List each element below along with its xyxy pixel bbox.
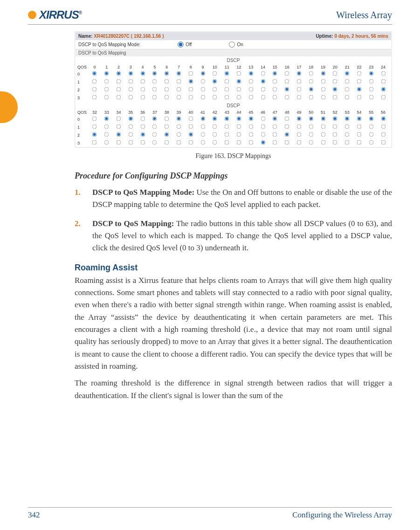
dscp-3-qos-0-radio[interactable] — [128, 71, 133, 76]
dscp-35-qos-0-radio[interactable] — [128, 117, 133, 121]
dscp-52-qos-1-radio[interactable] — [333, 124, 337, 129]
dscp-41-qos-1-radio[interactable] — [200, 124, 205, 129]
dscp-0-qos-2-radio[interactable] — [92, 87, 97, 92]
dscp-56-qos-0-radio[interactable] — [381, 117, 386, 121]
dscp-5-qos-0-radio[interactable] — [152, 71, 157, 76]
dscp-51-qos-1-radio[interactable] — [321, 124, 325, 129]
dscp-55-qos-2-radio[interactable] — [369, 132, 373, 137]
dscp-17-qos-3-radio[interactable] — [297, 95, 302, 100]
dscp-16-qos-2-radio[interactable] — [285, 87, 289, 92]
dscp-54-qos-3-radio[interactable] — [357, 140, 362, 145]
dscp-18-qos-1-radio[interactable] — [309, 79, 313, 84]
dscp-48-qos-0-radio[interactable] — [285, 117, 289, 121]
dscp-35-qos-2-radio[interactable] — [128, 132, 133, 137]
dscp-56-qos-3-radio[interactable] — [381, 140, 386, 145]
dscp-14-qos-0-radio[interactable] — [261, 71, 265, 76]
dscp-44-qos-1-radio[interactable] — [237, 124, 241, 129]
dscp-8-qos-1-radio[interactable] — [188, 79, 193, 84]
dscp-49-qos-3-radio[interactable] — [297, 140, 302, 145]
dscp-2-qos-0-radio[interactable] — [117, 71, 121, 76]
dscp-50-qos-0-radio[interactable] — [309, 117, 313, 121]
dscp-55-qos-0-radio[interactable] — [369, 117, 373, 121]
dscp-52-qos-2-radio[interactable] — [333, 132, 337, 137]
dscp-47-qos-2-radio[interactable] — [273, 132, 277, 137]
dscp-0-qos-1-radio[interactable] — [92, 79, 97, 84]
dscp-9-qos-2-radio[interactable] — [200, 87, 205, 92]
dscp-43-qos-1-radio[interactable] — [225, 124, 229, 129]
dscp-48-qos-1-radio[interactable] — [285, 124, 289, 129]
dscp-43-qos-0-radio[interactable] — [225, 117, 229, 121]
dscp-48-qos-3-radio[interactable] — [285, 140, 289, 145]
dscp-46-qos-1-radio[interactable] — [261, 124, 265, 129]
dscp-13-qos-2-radio[interactable] — [248, 87, 253, 92]
dscp-6-qos-3-radio[interactable] — [165, 95, 169, 100]
dscp-40-qos-0-radio[interactable] — [188, 117, 193, 121]
dscp-11-qos-1-radio[interactable] — [225, 79, 229, 84]
dscp-10-qos-1-radio[interactable] — [213, 79, 217, 84]
dscp-20-qos-1-radio[interactable] — [333, 79, 337, 84]
dscp-56-qos-2-radio[interactable] — [381, 132, 386, 137]
dscp-0-qos-3-radio[interactable] — [92, 95, 97, 100]
dscp-42-qos-2-radio[interactable] — [213, 132, 217, 137]
dscp-42-qos-1-radio[interactable] — [213, 124, 217, 129]
dscp-50-qos-1-radio[interactable] — [309, 124, 313, 129]
dscp-7-qos-1-radio[interactable] — [177, 79, 181, 84]
dscp-20-qos-2-radio[interactable] — [333, 87, 337, 92]
dscp-14-qos-1-radio[interactable] — [261, 79, 265, 84]
dscp-24-qos-3-radio[interactable] — [381, 95, 386, 100]
dscp-53-qos-1-radio[interactable] — [345, 124, 350, 129]
dscp-0-qos-0-radio[interactable] — [92, 71, 97, 76]
dscp-50-qos-2-radio[interactable] — [309, 132, 313, 137]
dscp-21-qos-1-radio[interactable] — [345, 79, 350, 84]
dscp-21-qos-2-radio[interactable] — [345, 87, 350, 92]
dscp-1-qos-3-radio[interactable] — [104, 95, 109, 100]
dscp-3-qos-1-radio[interactable] — [128, 79, 133, 84]
dscp-14-qos-2-radio[interactable] — [261, 87, 265, 92]
dscp-49-qos-1-radio[interactable] — [297, 124, 302, 129]
dscp-11-qos-3-radio[interactable] — [225, 95, 229, 100]
dscp-22-qos-1-radio[interactable] — [357, 79, 362, 84]
dscp-13-qos-0-radio[interactable] — [248, 71, 253, 76]
dscp-7-qos-0-radio[interactable] — [177, 71, 181, 76]
dscp-16-qos-0-radio[interactable] — [285, 71, 289, 76]
dscp-36-qos-3-radio[interactable] — [140, 140, 145, 145]
dscp-16-qos-3-radio[interactable] — [285, 95, 289, 100]
dscp-52-qos-0-radio[interactable] — [333, 117, 337, 121]
dscp-12-qos-2-radio[interactable] — [237, 87, 241, 92]
dscp-4-qos-2-radio[interactable] — [140, 87, 145, 92]
dscp-37-qos-2-radio[interactable] — [152, 132, 157, 137]
dscp-23-qos-3-radio[interactable] — [369, 95, 373, 100]
dscp-32-qos-0-radio[interactable] — [92, 117, 97, 121]
dscp-43-qos-2-radio[interactable] — [225, 132, 229, 137]
dscp-47-qos-1-radio[interactable] — [273, 124, 277, 129]
dscp-24-qos-0-radio[interactable] — [381, 71, 386, 76]
dscp-2-qos-1-radio[interactable] — [117, 79, 121, 84]
dscp-33-qos-1-radio[interactable] — [104, 124, 109, 129]
dscp-15-qos-1-radio[interactable] — [273, 79, 277, 84]
dscp-36-qos-0-radio[interactable] — [140, 117, 145, 121]
dscp-22-qos-0-radio[interactable] — [357, 71, 362, 76]
dscp-11-qos-2-radio[interactable] — [225, 87, 229, 92]
dscp-45-qos-2-radio[interactable] — [248, 132, 253, 137]
dscp-51-qos-3-radio[interactable] — [321, 140, 325, 145]
dscp-17-qos-0-radio[interactable] — [297, 71, 302, 76]
dscp-36-qos-2-radio[interactable] — [140, 132, 145, 137]
dscp-13-qos-3-radio[interactable] — [248, 95, 253, 100]
dscp-18-qos-3-radio[interactable] — [309, 95, 313, 100]
dscp-15-qos-0-radio[interactable] — [273, 71, 277, 76]
dscp-52-qos-3-radio[interactable] — [333, 140, 337, 145]
dscp-15-qos-2-radio[interactable] — [273, 87, 277, 92]
ss-mode-on-radio[interactable] — [229, 41, 235, 48]
dscp-10-qos-2-radio[interactable] — [213, 87, 217, 92]
dscp-32-qos-3-radio[interactable] — [92, 140, 97, 145]
dscp-22-qos-3-radio[interactable] — [357, 95, 362, 100]
dscp-37-qos-3-radio[interactable] — [152, 140, 157, 145]
dscp-2-qos-2-radio[interactable] — [117, 87, 121, 92]
dscp-3-qos-3-radio[interactable] — [128, 95, 133, 100]
dscp-9-qos-1-radio[interactable] — [200, 79, 205, 84]
ss-mode-off-radio[interactable] — [178, 41, 184, 48]
dscp-49-qos-2-radio[interactable] — [297, 132, 302, 137]
dscp-12-qos-0-radio[interactable] — [237, 71, 241, 76]
ss-mode-on[interactable]: On — [229, 41, 243, 48]
dscp-8-qos-3-radio[interactable] — [188, 95, 193, 100]
